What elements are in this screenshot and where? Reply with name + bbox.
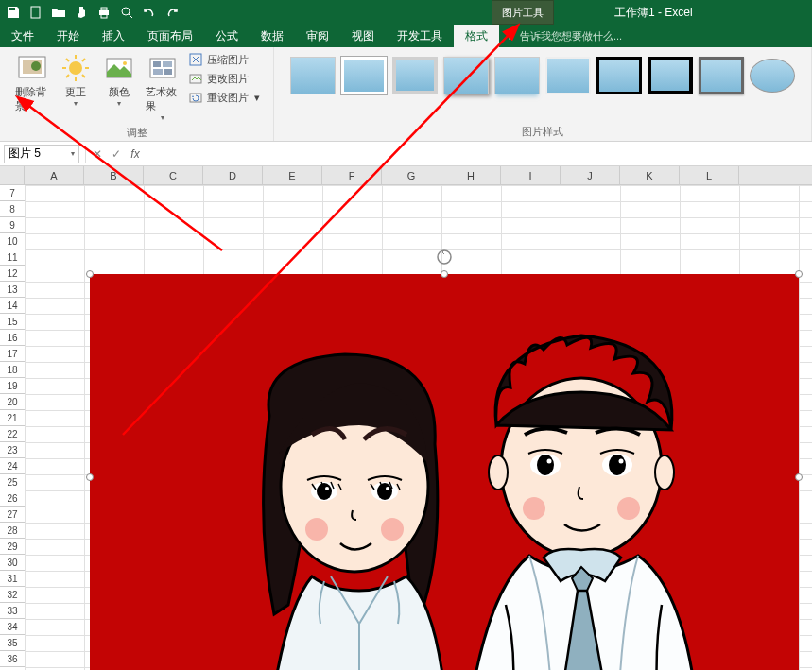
row-header[interactable]: 17 bbox=[0, 346, 25, 362]
tab-insert[interactable]: 插入 bbox=[91, 25, 136, 48]
style-thumb-black-thick[interactable] bbox=[648, 57, 693, 94]
preview-icon[interactable] bbox=[119, 5, 134, 20]
row-header[interactable]: 8 bbox=[0, 201, 25, 217]
row-header[interactable]: 33 bbox=[0, 603, 25, 619]
row-header[interactable]: 36 bbox=[0, 651, 25, 667]
row-header[interactable]: 11 bbox=[0, 249, 25, 266]
open-icon[interactable] bbox=[51, 5, 66, 20]
row-header[interactable]: 28 bbox=[0, 523, 25, 539]
row-header[interactable]: 12 bbox=[0, 266, 25, 282]
column-header[interactable]: D bbox=[203, 166, 263, 184]
cartoon-boy bbox=[440, 302, 723, 670]
resize-handle-icon[interactable] bbox=[795, 270, 803, 278]
tab-review[interactable]: 审阅 bbox=[295, 25, 340, 48]
row-header[interactable]: 9 bbox=[0, 217, 25, 233]
column-header[interactable]: F bbox=[322, 166, 382, 184]
svg-point-12 bbox=[123, 61, 127, 65]
tab-file[interactable]: 文件 bbox=[0, 25, 45, 48]
tab-developer[interactable]: 开发工具 bbox=[386, 25, 454, 48]
tab-home[interactable]: 开始 bbox=[45, 25, 91, 48]
column-header[interactable]: L bbox=[680, 166, 739, 184]
select-all-corner[interactable] bbox=[0, 166, 25, 185]
style-thumb-grey-shadow[interactable] bbox=[699, 57, 744, 94]
column-header[interactable]: I bbox=[501, 166, 561, 184]
row-header[interactable]: 22 bbox=[0, 426, 25, 442]
style-thumb-metal[interactable] bbox=[392, 57, 438, 94]
tell-me-search[interactable]: 告诉我您想要做什么... bbox=[505, 29, 622, 43]
row-header[interactable]: 20 bbox=[0, 394, 25, 410]
row-header[interactable]: 7 bbox=[0, 185, 25, 201]
svg-point-21 bbox=[438, 250, 451, 264]
row-header[interactable]: 26 bbox=[0, 490, 25, 507]
corrections-button[interactable]: 更正 ▾ bbox=[55, 51, 96, 110]
selected-picture[interactable] bbox=[90, 274, 799, 670]
resize-handle-icon[interactable] bbox=[441, 270, 448, 278]
remove-background-button[interactable]: 删除背景 bbox=[11, 51, 53, 115]
style-thumb-shadow[interactable] bbox=[443, 57, 489, 94]
tab-formulas[interactable]: 公式 bbox=[204, 25, 250, 48]
style-thumb-framed[interactable] bbox=[341, 57, 387, 94]
name-box[interactable]: 图片 5 ▾ bbox=[4, 145, 79, 163]
compress-picture-button[interactable]: 压缩图片 bbox=[185, 51, 263, 68]
touch-icon[interactable] bbox=[74, 5, 89, 20]
row-header[interactable]: 29 bbox=[0, 539, 25, 555]
print-icon[interactable] bbox=[96, 5, 112, 20]
row-header[interactable]: 18 bbox=[0, 362, 25, 378]
svg-rect-16 bbox=[153, 69, 163, 75]
row-header[interactable]: 14 bbox=[0, 298, 25, 314]
row-header[interactable]: 23 bbox=[0, 442, 25, 458]
row-header[interactable]: 32 bbox=[0, 587, 25, 603]
fx-button[interactable]: fx bbox=[126, 147, 145, 161]
change-picture-button[interactable]: 更改图片 bbox=[185, 70, 263, 87]
style-thumb-oval[interactable] bbox=[750, 59, 795, 93]
column-header[interactable]: A bbox=[25, 166, 84, 184]
chevron-down-icon: ▾ bbox=[254, 92, 260, 104]
tab-layout[interactable]: 页面布局 bbox=[136, 25, 204, 48]
enter-formula-button[interactable]: ✓ bbox=[107, 147, 126, 161]
row-header[interactable]: 10 bbox=[0, 233, 25, 249]
chevron-down-icon: ▾ bbox=[117, 99, 121, 108]
svg-point-33 bbox=[537, 455, 554, 475]
compress-label: 压缩图片 bbox=[207, 53, 249, 67]
column-header[interactable]: B bbox=[84, 166, 144, 184]
row-header[interactable]: 27 bbox=[0, 507, 25, 523]
reset-picture-button[interactable]: 重设图片▾ bbox=[185, 89, 263, 106]
column-header[interactable]: E bbox=[263, 166, 322, 184]
color-button[interactable]: 颜色 ▾ bbox=[98, 51, 140, 110]
row-header[interactable]: 15 bbox=[0, 314, 25, 330]
tab-format[interactable]: 格式 bbox=[454, 25, 499, 48]
row-header[interactable]: 21 bbox=[0, 410, 25, 426]
redo-icon[interactable] bbox=[164, 5, 180, 20]
row-header[interactable]: 31 bbox=[0, 571, 25, 587]
row-header[interactable]: 16 bbox=[0, 330, 25, 346]
tab-data[interactable]: 数据 bbox=[250, 25, 295, 48]
chevron-down-icon[interactable]: ▾ bbox=[71, 149, 75, 158]
row-header[interactable]: 19 bbox=[0, 378, 25, 394]
column-header[interactable]: G bbox=[382, 166, 441, 184]
picture-styles-gallery[interactable] bbox=[283, 51, 803, 98]
undo-icon[interactable] bbox=[142, 5, 157, 20]
row-header[interactable]: 35 bbox=[0, 635, 25, 651]
row-header[interactable]: 13 bbox=[0, 282, 25, 298]
artistic-effects-button[interactable]: 艺术效果 ▾ bbox=[142, 51, 183, 124]
style-thumb-soft[interactable] bbox=[545, 57, 591, 94]
resize-handle-icon[interactable] bbox=[795, 473, 803, 481]
row-header[interactable]: 24 bbox=[0, 458, 25, 474]
style-thumb-reflect[interactable] bbox=[494, 57, 540, 94]
cancel-formula-button[interactable]: ✕ bbox=[88, 147, 107, 161]
resize-handle-icon[interactable] bbox=[86, 473, 94, 481]
style-thumb-black-double[interactable] bbox=[596, 57, 642, 94]
column-header[interactable]: J bbox=[561, 166, 620, 184]
new-icon[interactable] bbox=[28, 5, 43, 20]
save-icon[interactable] bbox=[6, 5, 21, 20]
column-header[interactable]: K bbox=[620, 166, 680, 184]
row-header[interactable]: 30 bbox=[0, 555, 25, 571]
column-header[interactable]: C bbox=[144, 166, 203, 184]
tab-view[interactable]: 视图 bbox=[340, 25, 386, 48]
rotate-handle-icon[interactable] bbox=[435, 248, 454, 266]
column-header[interactable]: H bbox=[441, 166, 501, 184]
row-header[interactable]: 34 bbox=[0, 619, 25, 635]
resize-handle-icon[interactable] bbox=[86, 270, 94, 278]
style-thumb-simple[interactable] bbox=[290, 57, 336, 94]
row-header[interactable]: 25 bbox=[0, 474, 25, 490]
